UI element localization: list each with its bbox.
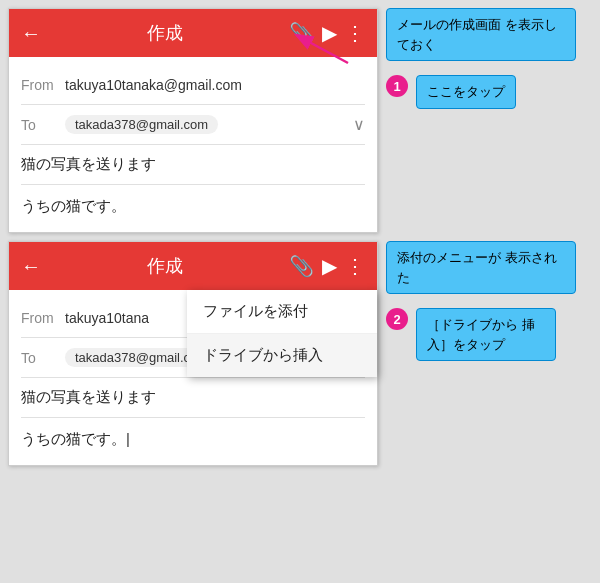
annotations-col-1: メールの作成画面 を表示しておく 1 ここをタップ <box>386 8 592 109</box>
annotation-note-text-2: 添付のメニューが 表示された <box>397 250 557 285</box>
more-icon-1[interactable]: ⋮ <box>345 21 365 45</box>
back-button-1[interactable]: ← <box>21 22 41 45</box>
from-field-1: From takuya10tanaka@gmail.com <box>21 65 365 105</box>
toolbar-title-1: 作成 <box>49 21 281 45</box>
send-icon-1[interactable]: ▶ <box>322 21 337 45</box>
step2-text: ［ドライブから 挿入］をタップ <box>427 317 535 352</box>
annotation-step-2: 2 ［ドライブから 挿入］をタップ <box>386 308 556 361</box>
attach-icon-2[interactable]: 📎 <box>289 254 314 278</box>
to-value-1: takada378@gmail.com <box>65 115 218 134</box>
annotation-note-text-1: メールの作成画面 を表示しておく <box>397 17 557 52</box>
annotation-step-1: 1 ここをタップ <box>386 75 516 109</box>
toolbar-1: ← 作成 📎 ▶ ⋮ <box>9 9 377 57</box>
annotation-note-1: メールの作成画面 を表示しておく <box>386 8 576 61</box>
toolbar-2: ← 作成 📎 ▶ ⋮ <box>9 242 377 290</box>
menu-item-drive-insert[interactable]: ドライブから挿入 <box>187 334 377 377</box>
from-label-1: From <box>21 77 65 93</box>
step1-badge: 1 <box>386 75 408 97</box>
annotations-col-2: 添付のメニューが 表示された 2 ［ドライブから 挿入］をタップ <box>386 241 592 361</box>
body-2[interactable]: うちの猫です。| <box>21 418 365 457</box>
subject-1[interactable]: 猫の写真を送ります <box>21 145 365 185</box>
back-button-2[interactable]: ← <box>21 255 41 278</box>
menu-item-attach-file[interactable]: ファイルを添付 <box>187 290 377 334</box>
phone-screen-1: ← 作成 📎 ▶ ⋮ From takuya10tanaka@gmail.com… <box>8 8 378 233</box>
phone-screen-2: ← 作成 📎 ▶ ⋮ From takuya10tana To takada37… <box>8 241 378 466</box>
send-icon-2[interactable]: ▶ <box>322 254 337 278</box>
annotation-step1-panel: ここをタップ <box>416 75 516 109</box>
step1-text: ここをタップ <box>427 84 505 99</box>
subject-2[interactable]: 猫の写真を送ります <box>21 378 365 418</box>
step2-badge: 2 <box>386 308 408 330</box>
to-label-1: To <box>21 117 65 133</box>
from-value-1: takuya10tanaka@gmail.com <box>65 77 365 93</box>
email-body-1: From takuya10tanaka@gmail.com To takada3… <box>9 57 377 232</box>
body-1[interactable]: うちの猫です。 <box>21 185 365 224</box>
annotation-note-2: 添付のメニューが 表示された <box>386 241 576 294</box>
more-icon-2[interactable]: ⋮ <box>345 254 365 278</box>
chevron-down-icon-1[interactable]: ∨ <box>345 115 365 134</box>
from-label-2: From <box>21 310 65 326</box>
annotation-step2-panel: ［ドライブから 挿入］をタップ <box>416 308 556 361</box>
attach-icon-1[interactable]: 📎 <box>289 21 314 45</box>
toolbar-title-2: 作成 <box>49 254 281 278</box>
to-field-1[interactable]: To takada378@gmail.com ∨ <box>21 105 365 145</box>
dropdown-menu[interactable]: ファイルを添付 ドライブから挿入 <box>187 290 377 377</box>
to-label-2: To <box>21 350 65 366</box>
